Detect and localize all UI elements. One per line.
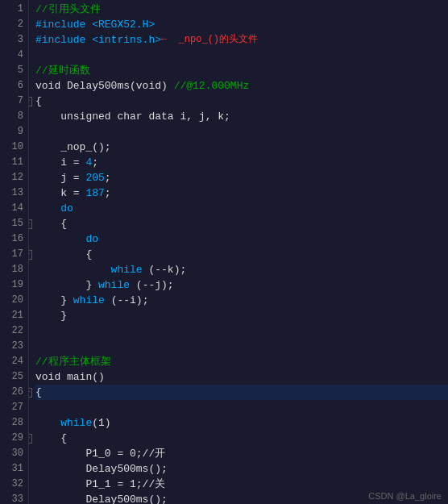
code-line: void Delay500ms(void) //@12.000MHz	[35, 78, 448, 94]
line-number: 29	[12, 431, 23, 446]
code-line: _nop_();	[35, 140, 448, 155]
code-area: 1234567891011121314151617181920212223242…	[0, 0, 448, 504]
token-plain: (1)	[92, 415, 110, 431]
code-line: do	[35, 201, 448, 216]
token-number: 187	[85, 185, 104, 201]
line-number: 27	[12, 400, 23, 415]
line-number: 6	[18, 78, 23, 94]
token-plain: _nop_();	[35, 140, 111, 155]
token-plain: (--j);	[130, 277, 174, 293]
token-keyword: do	[35, 201, 73, 216]
code-line: k = 187;	[35, 185, 448, 201]
token-keyword: while	[98, 277, 130, 293]
token-keyword: while	[73, 293, 105, 308]
collapse-icon[interactable]: −	[29, 219, 32, 229]
token-plain: void Delay500ms(void)	[35, 78, 174, 94]
line-number: 20	[12, 293, 23, 308]
token-plain: Delay500ms();	[35, 461, 168, 477]
code-line: P1_0 = 0;//开	[35, 446, 448, 461]
line-number: 14	[12, 201, 23, 216]
token-plain: }	[35, 293, 73, 308]
line-number: 23	[12, 339, 23, 354]
token-preprocessor: #include <REGX52.H>	[35, 17, 155, 32]
line-number: 1	[18, 2, 23, 17]
token-plain: i =	[35, 155, 85, 170]
code-line: − {	[35, 431, 448, 446]
token-plain: P1_1 = 1;//关	[35, 477, 165, 492]
watermark: CSDN @La_gloire	[368, 491, 442, 501]
token-plain: (--k);	[143, 262, 187, 277]
token-plain: {	[35, 431, 67, 446]
line-number: 9	[18, 124, 23, 140]
code-line: do	[35, 231, 448, 247]
line-number: 4	[18, 48, 23, 63]
token-keyword: while	[35, 262, 143, 277]
token-comment: //@12.000MHz	[174, 78, 250, 94]
line-number: 15	[12, 216, 23, 231]
token-comment: //引用头文件	[35, 2, 101, 17]
token-plain: ;	[92, 155, 98, 170]
code-line: #include <intrins.h>← _npo_()的头文件	[35, 32, 448, 48]
code-line: − {	[35, 216, 448, 231]
token-plain: }	[35, 308, 67, 323]
code-content: //引用头文件#include <REGX52.H>#include <intr…	[29, 0, 448, 504]
token-plain: {	[35, 385, 42, 400]
code-line: //延时函数	[35, 63, 448, 78]
collapse-icon[interactable]: −	[29, 388, 32, 398]
code-line: −{	[35, 385, 448, 400]
collapse-icon[interactable]: −	[29, 434, 32, 444]
line-number: 2	[18, 17, 23, 32]
code-line: while(1)	[35, 415, 448, 431]
line-number: 21	[12, 308, 23, 323]
token-plain: P1_0 = 0;//开	[35, 446, 165, 461]
line-number: 24	[12, 354, 23, 369]
line-number: 30	[12, 446, 23, 461]
collapse-icon[interactable]: −	[29, 250, 32, 260]
line-number: 19	[12, 277, 23, 293]
code-line: j = 205;	[35, 170, 448, 185]
code-line: while (--k);	[35, 262, 448, 277]
token-plain: j =	[35, 170, 85, 185]
code-line: //程序主体框架	[35, 354, 448, 369]
line-number: 12	[12, 170, 23, 185]
line-number: 8	[18, 109, 23, 124]
code-line: } while (--j);	[35, 277, 448, 293]
code-line: unsigned char data i, j, k;	[35, 109, 448, 124]
token-plain: }	[35, 277, 98, 293]
code-line: } while (--i);	[35, 293, 448, 308]
token-plain: {	[35, 216, 67, 231]
line-number: 7	[18, 94, 23, 109]
code-line	[35, 339, 448, 354]
line-number: 10	[12, 140, 23, 155]
token-plain: {	[35, 94, 42, 109]
line-number: 33	[12, 492, 23, 504]
token-keyword: do	[35, 231, 98, 247]
code-line: //引用头文件	[35, 2, 448, 17]
code-line: −{	[35, 94, 448, 109]
token-plain: unsigned char data i, j, k;	[35, 109, 230, 124]
token-annotation: ← _npo_()的头文件	[161, 32, 258, 48]
token-plain: k =	[35, 185, 85, 201]
token-plain: void main()	[35, 369, 105, 385]
code-line: #include <REGX52.H>	[35, 17, 448, 32]
code-editor: 1234567891011121314151617181920212223242…	[0, 0, 448, 504]
code-line	[35, 124, 448, 140]
code-line	[35, 400, 448, 415]
token-comment: //程序主体框架	[35, 354, 111, 369]
code-line: void main()	[35, 369, 448, 385]
code-line: − {	[35, 247, 448, 262]
token-keyword: while	[35, 415, 92, 431]
token-plain: ;	[105, 185, 111, 201]
collapse-icon[interactable]: −	[29, 97, 32, 106]
line-number: 26	[12, 385, 23, 400]
line-numbers: 1234567891011121314151617181920212223242…	[0, 0, 29, 504]
code-line: }	[35, 308, 448, 323]
line-number: 5	[18, 63, 23, 78]
line-number: 32	[12, 477, 23, 492]
line-number: 13	[12, 185, 23, 201]
token-plain: ;	[105, 170, 111, 185]
line-number: 17	[12, 247, 23, 262]
code-line	[35, 323, 448, 339]
token-comment: //延时函数	[35, 63, 90, 78]
code-line	[35, 48, 448, 63]
